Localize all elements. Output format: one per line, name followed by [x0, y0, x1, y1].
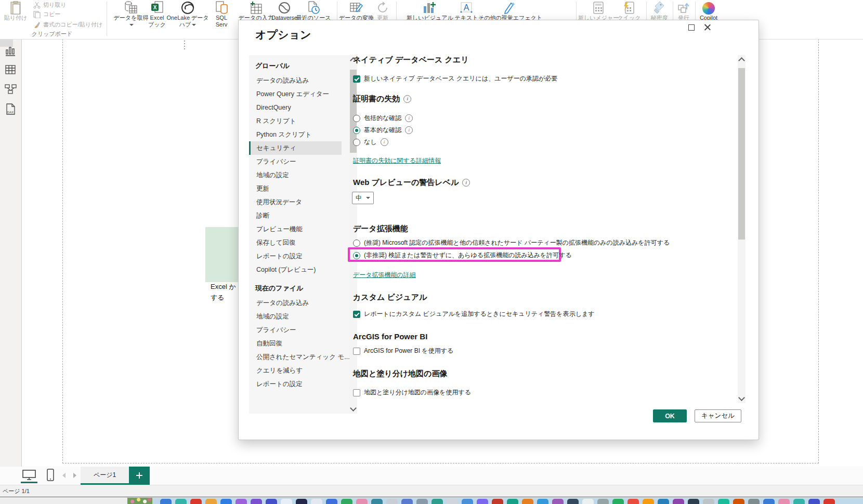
taskbar-app-icon[interactable] [612, 499, 624, 504]
cancel-button[interactable]: キャンセル [695, 409, 741, 422]
sidebar-item[interactable]: クエリを減らす [249, 364, 342, 377]
radio-selected-icon[interactable] [353, 252, 360, 259]
sidebar-item[interactable]: 更新 [249, 182, 342, 195]
taskbar-app-icon[interactable] [266, 499, 277, 504]
taskbar-app-icon[interactable] [718, 499, 729, 504]
sidebar-item[interactable]: Copilot (プレビュー) [249, 263, 342, 276]
cert-revocation-link[interactable]: 証明書の失効に関する詳細情報 [353, 156, 441, 165]
taskbar-app-icon[interactable] [341, 499, 352, 504]
sidebar-item[interactable]: 公開されたセマンティック モ... [249, 350, 342, 364]
custom-visuals-warning-checkbox-row[interactable]: レポートにカスタム ビジュアルを追加するときにセキュリティ警告を表示します [353, 310, 595, 319]
sidebar-item[interactable]: R スクリプト [249, 114, 342, 128]
taskbar-app-icon[interactable] [296, 499, 307, 504]
taskbar-app-icon[interactable] [673, 499, 684, 504]
taskbar-app-icon[interactable] [432, 499, 443, 504]
sidebar-item[interactable]: プレビュー機能 [249, 222, 342, 236]
add-page-button[interactable] [129, 467, 150, 485]
taskbar-app-icon[interactable] [627, 499, 639, 504]
copy-button[interactable]: コピー [33, 10, 61, 18]
copilot-button[interactable]: Copilot [696, 0, 721, 21]
taskbar-app-icon[interactable] [703, 499, 714, 504]
sidebar-scrollbar[interactable] [349, 55, 357, 414]
sidebar-item[interactable]: Power Query エディター [249, 87, 342, 101]
splitter-grip-icon[interactable] [184, 41, 185, 51]
taskbar-app-icon[interactable] [597, 499, 609, 504]
taskbar-app-icon[interactable] [748, 499, 760, 504]
report-view-icon[interactable] [5, 45, 16, 57]
next-page-arrow-icon[interactable] [73, 473, 76, 478]
page-tab[interactable]: ページ1 [81, 467, 129, 485]
taskbar-app-icon[interactable] [507, 499, 518, 504]
taskbar-app-icon[interactable] [808, 499, 820, 504]
widgets-flower-icon[interactable] [127, 498, 152, 504]
maximize-icon[interactable] [687, 23, 696, 32]
desktop-view-icon[interactable] [22, 469, 36, 481]
sidebar-item[interactable]: 使用状況データ [249, 195, 342, 209]
taskbar-app-icon[interactable] [537, 499, 548, 504]
taskbar-app-icon[interactable] [793, 499, 805, 504]
onelake-data-hub-button[interactable]: OneLake データ ハブ [165, 0, 211, 28]
taskbar-app-icon[interactable] [220, 499, 232, 504]
refresh-button[interactable]: 更新 [371, 0, 395, 21]
sidebar-item[interactable]: セキュリティ [249, 141, 342, 155]
radio-unselected-icon[interactable] [353, 240, 360, 247]
taskbar-app-icon[interactable] [356, 499, 368, 504]
taskbar-app-icon[interactable] [477, 499, 488, 504]
content-scrollbar[interactable] [738, 55, 746, 403]
sidebar-item[interactable]: 保存して回復 [249, 236, 342, 249]
taskbar-app-icon[interactable] [522, 499, 533, 504]
taskbar-app-icon[interactable] [160, 499, 172, 504]
more-visuals-button[interactable]: その他の視覚エフェクト [478, 0, 540, 21]
taskbar-app-icon[interactable] [552, 499, 564, 504]
paste-button[interactable]: 貼り付け [1, 0, 30, 21]
taskbar-app-icon[interactable] [763, 499, 775, 504]
table-view-icon[interactable] [5, 64, 16, 75]
sidebar-item[interactable]: プライバシー [249, 323, 342, 337]
close-icon[interactable] [703, 23, 712, 32]
taskbar-app-icon[interactable] [733, 499, 744, 504]
taskbar-app-icon[interactable] [251, 499, 262, 504]
taskbar-app-icon[interactable] [205, 499, 217, 504]
cut-button[interactable]: 切り取り [33, 1, 67, 9]
info-icon[interactable]: i [462, 179, 470, 187]
sidebar-item[interactable]: レポートの設定 [249, 249, 342, 263]
taskbar-app-icon[interactable] [386, 499, 398, 504]
text-box-button[interactable]: A テキスト [453, 0, 479, 21]
info-icon[interactable]: i [405, 114, 413, 122]
checkbox-checked-icon[interactable] [353, 311, 360, 318]
info-icon[interactable]: i [381, 138, 388, 146]
cert-basic-check-radio-row[interactable]: 基本的な確認i [353, 126, 413, 135]
scroll-down-icon[interactable] [350, 405, 357, 412]
dax-query-view-icon[interactable]: DAX [5, 103, 16, 116]
sidebar-item[interactable]: Python スクリプト [249, 128, 342, 141]
sidebar-item[interactable]: レポートの設定 [249, 377, 342, 391]
taskbar-app-icon[interactable] [823, 499, 835, 504]
checkbox-unchecked-icon[interactable] [353, 389, 360, 396]
map-images-use-checkbox-row[interactable]: 地図と塗り分け地図の画像を使用する [353, 388, 471, 397]
taskbar-app-icon[interactable] [658, 499, 669, 504]
sidebar-item[interactable]: 診断 [249, 209, 342, 222]
ok-button[interactable]: OK [653, 409, 687, 422]
info-icon[interactable]: i [405, 126, 413, 134]
arcgis-use-checkbox-row[interactable]: ArcGIS for Power BI を使用する [353, 347, 453, 355]
taskbar-app-icon[interactable] [326, 499, 337, 504]
new-measure-button[interactable]: 新しいメジャー [578, 0, 619, 21]
taskbar-app-icon[interactable] [582, 499, 594, 504]
data-ext-recommended-radio-row[interactable]: (推奨) Microsoft 認定の拡張機能と他の信頼されたサード パーティー製… [353, 238, 670, 247]
mobile-view-icon[interactable] [46, 469, 55, 482]
taskbar-app-icon[interactable] [567, 499, 579, 504]
checkbox-checked-icon[interactable] [353, 75, 360, 83]
sensitivity-button[interactable]: 秘密度 [647, 0, 671, 21]
radio-selected-icon[interactable] [353, 127, 360, 134]
sidebar-item[interactable]: 地域の設定 [249, 168, 342, 182]
taskbar-app-icon[interactable] [447, 499, 458, 504]
cert-full-check-radio-row[interactable]: 包括的な確認i [353, 114, 413, 123]
data-extensions-link[interactable]: データ拡張機能の詳細 [353, 271, 416, 280]
web-preview-level-dropdown[interactable]: 中 [352, 192, 374, 204]
taskbar-app-icon[interactable] [492, 499, 503, 504]
taskbar-app-icon[interactable] [175, 499, 187, 504]
taskbar-app-icon[interactable] [688, 499, 699, 504]
model-view-icon[interactable] [5, 84, 17, 95]
sidebar-item[interactable]: 地域の設定 [249, 310, 342, 323]
info-icon[interactable]: i [403, 95, 411, 103]
